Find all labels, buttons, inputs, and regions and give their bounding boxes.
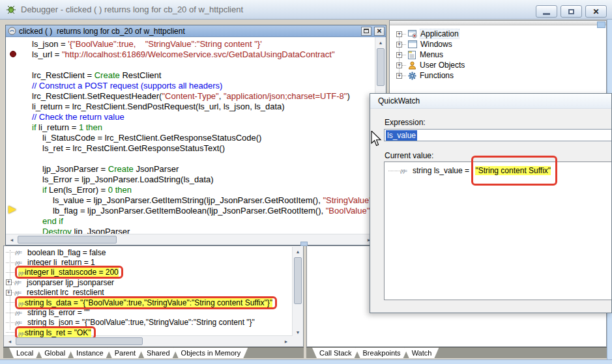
code-line[interactable]: Destroy ljp_JsonParser: [23, 227, 375, 234]
code-segment: RestClient: [120, 70, 162, 80]
expand-plus-icon[interactable]: +: [396, 73, 402, 79]
variables-vertical-scrollbar[interactable]: ▲ ▼: [292, 247, 303, 337]
highlighted-value: (x)=integer li_statuscode = 200: [18, 268, 119, 277]
breakpoint-icon[interactable]: [10, 51, 16, 57]
restore-button[interactable]: [561, 5, 582, 18]
code-segment: "BoolValue": [326, 206, 370, 216]
tab-shared[interactable]: Shared: [139, 348, 177, 358]
tree-connector: [12, 287, 14, 293]
variables-list: (x)=boolean lb_flag = false(x)=integer l…: [6, 247, 291, 337]
scrollbar-thumb[interactable]: [16, 337, 143, 345]
splitter-handle[interactable]: [300, 242, 308, 246]
scrollbar-thumb[interactable]: [377, 48, 385, 86]
tree-item-menus[interactable]: +Menus: [396, 49, 604, 60]
code-line[interactable]: ls_ret = lrc_RestClient.GetResponseStatu…: [23, 143, 375, 154]
code-line[interactable]: if Len(ls_Error) = 0 then: [23, 185, 375, 195]
code-line[interactable]: [23, 154, 375, 164]
tab-objects-in-memory[interactable]: Objects in Memory: [174, 348, 248, 358]
debugger-bug-icon: [6, 5, 16, 14]
scrollbar-thumb[interactable]: [18, 236, 117, 244]
code-line[interactable]: lb_flag = ljp_JsonParser.GetItemBoolean(…: [23, 206, 375, 216]
code-line[interactable]: li_return = lrc_RestClient.SendPostReque…: [23, 102, 375, 112]
tab-global[interactable]: Global: [37, 348, 72, 358]
expand-plus-icon[interactable]: +: [396, 63, 402, 68]
watch-variable-value: "String content Suffix": [475, 166, 551, 175]
scrollbar-corner: [292, 336, 303, 346]
expand-plus-icon[interactable]: +: [6, 290, 12, 296]
tree-connector: [402, 39, 406, 45]
user-objects-icon: [408, 61, 416, 70]
tab-breakpoints[interactable]: Breakpoints: [356, 348, 408, 358]
scrollbar-thumb[interactable]: [294, 257, 302, 304]
code-line[interactable]: end if: [23, 216, 375, 227]
code-horizontal-scrollbar[interactable]: ◄ ►: [6, 234, 375, 245]
code-line[interactable]: ls_url = "http://localhost:61869/Welcome…: [23, 49, 375, 60]
code-segment: ): [347, 91, 349, 101]
current-value-list[interactable]: (x)= string ls_value = "String content S…: [384, 161, 612, 300]
code-segment: // Construct a POST request (supports al…: [32, 81, 222, 91]
variables-panel: (x)=boolean lb_flag = false(x)=integer l…: [3, 245, 304, 347]
annotation-red-box: (x)=string ls_data = "{"BoolValue":true,…: [15, 296, 277, 309]
scroll-up-icon[interactable]: ▲: [293, 247, 303, 257]
tree-panel-corner-handle[interactable]: [597, 21, 605, 28]
scroll-right-icon[interactable]: ►: [281, 336, 291, 347]
code-line[interactable]: ls_Error = ljp_JsonParser.LoadString(ls_…: [23, 175, 375, 185]
minimize-button[interactable]: [536, 5, 557, 18]
variable-row[interactable]: (x)=string ls_error = "": [6, 307, 291, 317]
tree-connector: [6, 327, 14, 333]
maximize-icon: [364, 29, 369, 33]
code-segment: 0: [108, 185, 113, 195]
code-line[interactable]: lrc_RestClient.SetRequestHeader("Content…: [23, 91, 375, 102]
watch-tab-bar: Call StackBreakpointsWatch: [306, 347, 607, 358]
minimize-icon: [543, 13, 550, 15]
source-close-button[interactable]: ✕: [374, 27, 385, 36]
variable-icon: (x)=: [15, 260, 27, 266]
scroll-left-icon[interactable]: ◄: [5, 336, 15, 347]
variable-text: string ls_ret = "OK": [25, 328, 91, 337]
code-line[interactable]: lrc_RestClient = Create RestClient: [23, 70, 375, 81]
expand-plus-icon[interactable]: +: [396, 42, 402, 48]
variable-row[interactable]: (x)=boolean lb_flag = false: [6, 247, 291, 257]
code-line[interactable]: if li_return = 1 then: [23, 122, 375, 133]
close-button[interactable]: ✕: [585, 5, 607, 18]
variable-icon: (x)=: [15, 320, 27, 326]
code-line[interactable]: ls_json = '{"BoolValue":true, "StringVal…: [23, 39, 375, 49]
tab-call-stack[interactable]: Call Stack: [312, 348, 359, 358]
code-segment: "application/json;charset=UTF-8": [224, 91, 347, 101]
scroll-up-icon[interactable]: ▲: [375, 38, 386, 48]
code-line[interactable]: // Check the return value: [23, 112, 375, 122]
annotation-red-box: "String content Suffix": [471, 156, 557, 186]
scroll-left-icon[interactable]: ◄: [7, 234, 17, 245]
variable-row[interactable]: (x)=string ls_data = "{"BoolValue":true,…: [6, 298, 291, 307]
tree-item-label: Windows: [420, 40, 452, 49]
code-line[interactable]: [23, 60, 375, 70]
tree-item-functions[interactable]: +Functions: [396, 70, 604, 81]
source-window-titlebar[interactable]: clicked ( ) returns long for cb_20 of w_…: [6, 25, 386, 37]
expand-plus-icon[interactable]: +: [6, 279, 12, 285]
watch-value-row[interactable]: (x)= string ls_value = "String content S…: [388, 165, 557, 176]
tree-item-application[interactable]: +Application: [396, 29, 604, 39]
code-line[interactable]: ls_value = ljp_JsonParser.GetItemString(…: [23, 195, 375, 206]
code-segment: li_return = lrc_RestClient.SendPostReque…: [32, 102, 285, 111]
quickwatch-titlebar[interactable]: QuickWatch: [370, 94, 611, 109]
source-maximize-button[interactable]: [361, 27, 372, 36]
tree-item-windows[interactable]: +Windows: [396, 39, 604, 49]
tree-item-user-objects[interactable]: +User Objects: [396, 60, 604, 70]
variable-row[interactable]: (x)=integer li_statuscode = 200: [6, 268, 291, 277]
code-line[interactable]: li_StatusCode = lrc_RestClient.GetRespon…: [23, 133, 375, 143]
expression-input[interactable]: ls_value: [384, 129, 612, 141]
expand-plus-icon[interactable]: +: [396, 52, 402, 58]
tab-parent[interactable]: Parent: [108, 348, 143, 358]
code-margin[interactable]: [6, 37, 23, 234]
variable-row[interactable]: +(x)=jsonparser ljp_jsonparser: [6, 277, 291, 287]
code-line[interactable]: ljp_JsonParser = Create JsonParser: [23, 164, 375, 175]
variable-icon: (x)=: [15, 249, 27, 255]
expand-plus-icon[interactable]: +: [396, 31, 402, 37]
expression-label: Expression:: [385, 118, 426, 127]
code-segment: '{"BoolValue":true, "StringValue":"Strin…: [68, 39, 261, 49]
code-area[interactable]: ls_json = '{"BoolValue":true, "StringVal…: [23, 39, 375, 234]
tab-instance[interactable]: Instance: [69, 348, 111, 358]
code-line[interactable]: // Construct a POST request (supports al…: [23, 81, 375, 91]
tab-watch[interactable]: Watch: [405, 348, 439, 358]
tab-local[interactable]: Local: [9, 348, 40, 358]
